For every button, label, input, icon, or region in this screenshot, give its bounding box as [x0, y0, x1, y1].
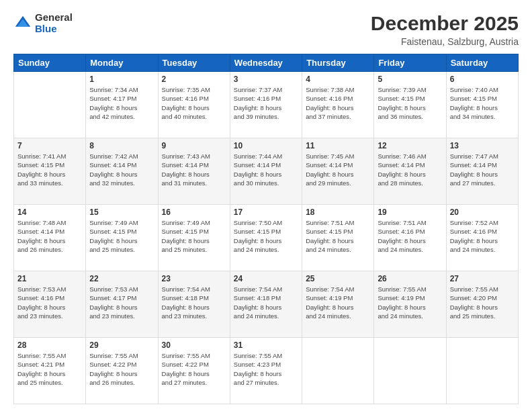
- day-info: Sunrise: 7:39 AMSunset: 4:15 PMDaylight:…: [378, 85, 442, 121]
- day-info: Sunrise: 7:47 AMSunset: 4:14 PMDaylight:…: [450, 152, 515, 187]
- calendar-cell: [446, 338, 518, 404]
- day-number: 5: [378, 75, 442, 84]
- day-of-week-header: Wednesday: [230, 54, 302, 72]
- logo-blue: Blue: [35, 24, 73, 35]
- day-info: Sunrise: 7:43 AMSunset: 4:14 PMDaylight:…: [162, 152, 226, 187]
- day-number: 18: [306, 208, 370, 217]
- calendar-cell: 24Sunrise: 7:54 AMSunset: 4:18 PMDayligh…: [230, 271, 302, 338]
- day-number: 10: [234, 141, 298, 150]
- day-info: Sunrise: 7:53 AMSunset: 4:16 PMDaylight:…: [17, 285, 82, 320]
- day-number: 22: [89, 274, 154, 283]
- calendar-week-row: 1Sunrise: 7:34 AMSunset: 4:17 PMDaylight…: [14, 72, 519, 138]
- day-number: 7: [17, 141, 82, 150]
- day-info: Sunrise: 7:46 AMSunset: 4:14 PMDaylight:…: [378, 152, 442, 187]
- calendar-cell: 22Sunrise: 7:53 AMSunset: 4:17 PMDayligh…: [86, 271, 158, 338]
- day-of-week-header: Sunday: [14, 54, 86, 72]
- calendar-cell: [14, 72, 86, 138]
- calendar-header-row: SundayMondayTuesdayWednesdayThursdayFrid…: [14, 54, 519, 72]
- calendar-cell: 18Sunrise: 7:51 AMSunset: 4:15 PMDayligh…: [302, 205, 374, 271]
- calendar-cell: 21Sunrise: 7:53 AMSunset: 4:16 PMDayligh…: [14, 271, 86, 338]
- day-number: 8: [89, 141, 154, 150]
- day-number: 24: [234, 274, 298, 283]
- day-number: 14: [17, 208, 82, 217]
- day-info: Sunrise: 7:35 AMSunset: 4:16 PMDaylight:…: [162, 85, 226, 121]
- calendar-cell: 12Sunrise: 7:46 AMSunset: 4:14 PMDayligh…: [374, 138, 446, 205]
- calendar-cell: 9Sunrise: 7:43 AMSunset: 4:14 PMDaylight…: [158, 138, 230, 205]
- calendar-cell: [374, 338, 446, 404]
- calendar-cell: 4Sunrise: 7:38 AMSunset: 4:16 PMDaylight…: [302, 72, 374, 138]
- day-number: 21: [17, 274, 82, 283]
- day-number: 15: [89, 208, 154, 217]
- day-info: Sunrise: 7:34 AMSunset: 4:17 PMDaylight:…: [89, 85, 154, 121]
- calendar-cell: 25Sunrise: 7:54 AMSunset: 4:19 PMDayligh…: [302, 271, 374, 338]
- day-info: Sunrise: 7:55 AMSunset: 4:19 PMDaylight:…: [378, 285, 442, 320]
- day-number: 6: [450, 75, 515, 84]
- logo-icon: [13, 14, 32, 33]
- logo-text: General Blue: [35, 12, 73, 34]
- day-info: Sunrise: 7:52 AMSunset: 4:16 PMDaylight:…: [450, 218, 515, 254]
- day-info: Sunrise: 7:45 AMSunset: 4:14 PMDaylight:…: [306, 152, 370, 187]
- day-info: Sunrise: 7:49 AMSunset: 4:15 PMDaylight:…: [89, 218, 154, 254]
- day-info: Sunrise: 7:41 AMSunset: 4:15 PMDaylight:…: [17, 152, 82, 187]
- day-of-week-header: Thursday: [302, 54, 374, 72]
- day-number: 23: [162, 274, 226, 283]
- day-number: 26: [378, 274, 442, 283]
- day-info: Sunrise: 7:51 AMSunset: 4:15 PMDaylight:…: [306, 218, 370, 254]
- calendar-week-row: 14Sunrise: 7:48 AMSunset: 4:14 PMDayligh…: [14, 205, 519, 271]
- header: General Blue December 2025 Faistenau, Sa…: [13, 12, 519, 47]
- day-info: Sunrise: 7:38 AMSunset: 4:16 PMDaylight:…: [306, 85, 370, 121]
- day-of-week-header: Monday: [86, 54, 158, 72]
- calendar-cell: 29Sunrise: 7:55 AMSunset: 4:22 PMDayligh…: [86, 338, 158, 404]
- calendar-cell: 16Sunrise: 7:49 AMSunset: 4:15 PMDayligh…: [158, 205, 230, 271]
- calendar-cell: 23Sunrise: 7:54 AMSunset: 4:18 PMDayligh…: [158, 271, 230, 338]
- day-number: 9: [162, 141, 226, 150]
- day-number: 30: [162, 340, 226, 350]
- calendar-cell: 26Sunrise: 7:55 AMSunset: 4:19 PMDayligh…: [374, 271, 446, 338]
- day-number: 2: [162, 75, 226, 84]
- day-info: Sunrise: 7:55 AMSunset: 4:22 PMDaylight:…: [89, 351, 154, 387]
- day-info: Sunrise: 7:42 AMSunset: 4:14 PMDaylight:…: [89, 152, 154, 187]
- calendar-cell: 10Sunrise: 7:44 AMSunset: 4:14 PMDayligh…: [230, 138, 302, 205]
- day-info: Sunrise: 7:54 AMSunset: 4:18 PMDaylight:…: [162, 285, 226, 320]
- calendar-cell: 1Sunrise: 7:34 AMSunset: 4:17 PMDaylight…: [86, 72, 158, 138]
- day-info: Sunrise: 7:55 AMSunset: 4:21 PMDaylight:…: [17, 351, 82, 387]
- day-info: Sunrise: 7:55 AMSunset: 4:23 PMDaylight:…: [234, 351, 298, 387]
- calendar-cell: 14Sunrise: 7:48 AMSunset: 4:14 PMDayligh…: [14, 205, 86, 271]
- day-info: Sunrise: 7:50 AMSunset: 4:15 PMDaylight:…: [234, 218, 298, 254]
- calendar-cell: 11Sunrise: 7:45 AMSunset: 4:14 PMDayligh…: [302, 138, 374, 205]
- day-number: 11: [306, 141, 370, 150]
- calendar-cell: 31Sunrise: 7:55 AMSunset: 4:23 PMDayligh…: [230, 338, 302, 404]
- day-number: 3: [234, 75, 298, 84]
- calendar-cell: 8Sunrise: 7:42 AMSunset: 4:14 PMDaylight…: [86, 138, 158, 205]
- day-number: 20: [450, 208, 515, 217]
- calendar-week-row: 28Sunrise: 7:55 AMSunset: 4:21 PMDayligh…: [14, 338, 519, 404]
- day-info: Sunrise: 7:40 AMSunset: 4:15 PMDaylight:…: [450, 85, 515, 121]
- logo-general: General: [35, 12, 73, 24]
- day-number: 31: [234, 340, 298, 350]
- day-number: 17: [234, 208, 298, 217]
- day-info: Sunrise: 7:53 AMSunset: 4:17 PMDaylight:…: [89, 285, 154, 320]
- calendar-cell: 5Sunrise: 7:39 AMSunset: 4:15 PMDaylight…: [374, 72, 446, 138]
- calendar-table: SundayMondayTuesdayWednesdayThursdayFrid…: [13, 54, 519, 404]
- calendar-cell: 30Sunrise: 7:55 AMSunset: 4:22 PMDayligh…: [158, 338, 230, 404]
- calendar-cell: [302, 338, 374, 404]
- day-info: Sunrise: 7:54 AMSunset: 4:18 PMDaylight:…: [234, 285, 298, 320]
- day-number: 1: [89, 75, 154, 84]
- calendar-cell: 27Sunrise: 7:55 AMSunset: 4:20 PMDayligh…: [446, 271, 518, 338]
- logo: General Blue: [13, 12, 73, 34]
- day-number: 28: [17, 340, 82, 350]
- day-of-week-header: Friday: [374, 54, 446, 72]
- calendar-cell: 7Sunrise: 7:41 AMSunset: 4:15 PMDaylight…: [14, 138, 86, 205]
- location: Faistenau, Salzburg, Austria: [371, 36, 519, 47]
- calendar-cell: 15Sunrise: 7:49 AMSunset: 4:15 PMDayligh…: [86, 205, 158, 271]
- day-info: Sunrise: 7:51 AMSunset: 4:16 PMDaylight:…: [378, 218, 442, 254]
- calendar-week-row: 21Sunrise: 7:53 AMSunset: 4:16 PMDayligh…: [14, 271, 519, 338]
- day-number: 13: [450, 141, 515, 150]
- calendar-cell: 3Sunrise: 7:37 AMSunset: 4:16 PMDaylight…: [230, 72, 302, 138]
- calendar-cell: 13Sunrise: 7:47 AMSunset: 4:14 PMDayligh…: [446, 138, 518, 205]
- day-number: 19: [378, 208, 442, 217]
- day-number: 16: [162, 208, 226, 217]
- day-number: 12: [378, 141, 442, 150]
- calendar-cell: 6Sunrise: 7:40 AMSunset: 4:15 PMDaylight…: [446, 72, 518, 138]
- calendar-cell: 2Sunrise: 7:35 AMSunset: 4:16 PMDaylight…: [158, 72, 230, 138]
